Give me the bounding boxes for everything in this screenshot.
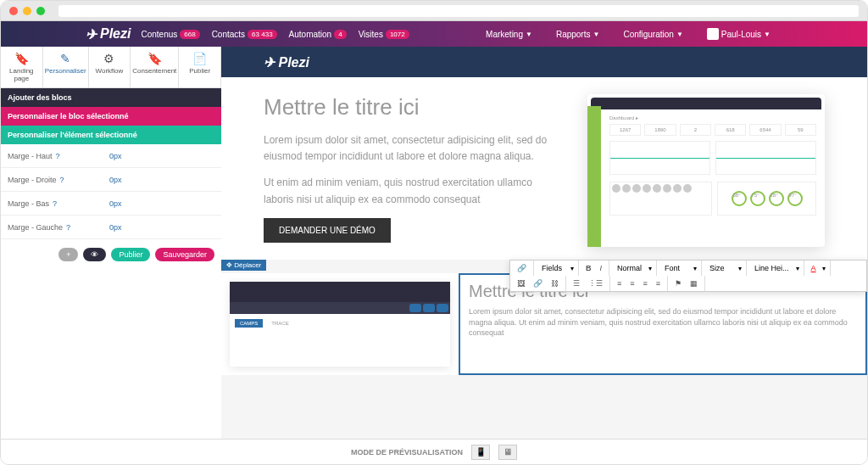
nav-rapports[interactable]: Rapports▼	[556, 30, 600, 39]
help-icon[interactable]: ?	[60, 176, 64, 184]
caret-down-icon: ▼	[593, 31, 599, 38]
avatar	[707, 28, 719, 40]
canvas-header: ✈ Plezi	[221, 47, 867, 77]
link-button[interactable]: 🔗	[531, 278, 545, 289]
gear-icon: ⚙	[91, 52, 129, 65]
footer: MODE DE PRÉVISUALISATION 📱 🖥	[1, 439, 867, 464]
preview-button[interactable]: 👁	[83, 248, 106, 261]
field-input[interactable]: 0px	[103, 176, 221, 184]
link-icon[interactable]: 🔗	[515, 263, 529, 273]
paragraph-2: Ut enim ad minim veniam, quis nostrud ex…	[264, 175, 562, 207]
size-dropdown[interactable]: Size	[706, 263, 735, 273]
mobile-view-button[interactable]: 📱	[471, 445, 490, 460]
brand-logo[interactable]: ✈ Plezi	[86, 26, 131, 42]
cta-button[interactable]: DEMANDER UNE DÉMO	[264, 218, 391, 243]
field-label: Marge - Bas?	[1, 199, 103, 208]
publish-button[interactable]: Publier	[111, 248, 150, 261]
maximize-window-icon[interactable]	[36, 7, 45, 15]
brand-name: Plezi	[100, 26, 131, 42]
nav-user-menu[interactable]: Paul-Louis▼	[707, 28, 771, 40]
field-label: Marge - Haut?	[1, 152, 103, 160]
align-justify-button[interactable]: ≡	[654, 278, 663, 289]
help-icon[interactable]: ?	[53, 199, 57, 208]
flag-icon[interactable]: ⚑	[672, 278, 684, 289]
table-icon[interactable]: ▦	[687, 278, 700, 289]
italic-button[interactable]: I	[598, 263, 605, 273]
browser-chrome	[1, 1, 867, 21]
minimize-window-icon[interactable]	[23, 7, 31, 15]
preview-mode-label: MODE DE PRÉVISUALISATION	[351, 448, 463, 457]
tab-consentement[interactable]: 🔖Consentement	[131, 47, 179, 87]
bookmark-icon: 🔖	[3, 52, 41, 65]
tab-publier[interactable]: 📄Publier	[179, 47, 221, 87]
nav-contacts[interactable]: Contacts63 433	[212, 30, 277, 39]
field-input[interactable]: 0px	[103, 152, 221, 160]
canvas-brand-logo: ✈ Plezi	[264, 54, 309, 70]
editor-paragraph[interactable]: Lorem ipsum dolor sit amet, consectetur …	[469, 306, 857, 339]
close-window-icon[interactable]	[9, 7, 18, 15]
paragraph-1: Lorem ipsum dolor sit amet, consectetur …	[264, 132, 562, 165]
help-icon[interactable]: ?	[66, 223, 70, 232]
lineheight-dropdown[interactable]: Line Hei...	[751, 263, 793, 273]
caret-down-icon: ▼	[526, 31, 532, 38]
unlink-button[interactable]: ⛓	[548, 278, 561, 289]
field-input[interactable]: 0px	[103, 199, 221, 208]
caret-down-icon: ▼	[676, 31, 683, 38]
page-title: Mettre le titre ici	[264, 94, 562, 120]
tab-personnaliser[interactable]: ✎Personnaliser	[43, 47, 89, 87]
nav-configuration[interactable]: Configuration▼	[623, 30, 682, 39]
tab-landing-page[interactable]: 🔖Landing page	[1, 47, 43, 87]
save-button[interactable]: Sauvegarder	[155, 248, 214, 261]
font-dropdown[interactable]: Font	[661, 263, 690, 273]
canvas: ✈ Plezi Mettre le titre ici Lorem ipsum …	[221, 47, 867, 439]
screenshot-column: Dashboard ▸ 1267 1890 2 618 6544 59	[587, 94, 825, 247]
field-input[interactable]: 0px	[103, 223, 221, 232]
image-icon[interactable]: 🖼	[515, 278, 527, 289]
nav-automation[interactable]: Automation4	[289, 30, 347, 39]
field-margin-left: Marge - Gauche? 0px	[1, 216, 221, 239]
panel-customize-element[interactable]: Personnaliser l'élément sélectionné	[1, 126, 221, 144]
paper-plane-icon: ✈	[264, 55, 275, 70]
align-left-button[interactable]: ≡	[615, 278, 624, 289]
move-block-handle[interactable]: ✥ Déplacer	[221, 260, 266, 271]
fields-dropdown[interactable]: Fields	[538, 263, 567, 273]
list-ol-button[interactable]: ⋮☰	[586, 278, 605, 289]
dashboard-preview-image: Dashboard ▸ 1267 1890 2 618 6544 59	[587, 94, 825, 247]
sidebar: 🔖Landing page ✎Personnaliser ⚙Workflow 🔖…	[1, 47, 221, 439]
editor-tabs: 🔖Landing page ✎Personnaliser ⚙Workflow 🔖…	[1, 47, 221, 88]
selected-block[interactable]: ✥ Déplacer ⎘ Dupliquer ⊘ Suppr. 🔗 Fields…	[221, 273, 867, 375]
dashboard-label: Dashboard ▸	[609, 115, 816, 120]
bold-button[interactable]: B	[583, 263, 594, 273]
format-dropdown[interactable]: Normal	[614, 263, 645, 273]
nav-contenus[interactable]: Contenus668	[141, 30, 199, 39]
desktop-view-button[interactable]: 🖥	[498, 445, 517, 460]
caret-down-icon: ▼	[764, 31, 771, 38]
text-column: Mettre le titre ici Lorem ipsum dolor si…	[264, 94, 562, 247]
field-label: Marge - Droite?	[1, 176, 103, 184]
tab-workflow[interactable]: ⚙Workflow	[89, 47, 131, 87]
nav-visites[interactable]: Visites1072	[359, 30, 409, 39]
sidebar-actions: + 👁 Publier Sauvegarder	[1, 239, 221, 270]
paper-plane-icon: ✈	[86, 26, 97, 42]
top-nav: ✈ Plezi Contenus668 Contacts63 433 Autom…	[1, 21, 867, 47]
nav-marketing[interactable]: Marketing▼	[486, 30, 532, 39]
field-label: Marge - Gauche?	[1, 223, 103, 232]
document-icon: 📄	[181, 52, 219, 65]
add-button[interactable]: +	[58, 248, 78, 261]
list-ul-button[interactable]: ☰	[570, 278, 582, 289]
help-icon[interactable]: ?	[56, 152, 60, 160]
app-preview-image: CAMPSTRACE	[230, 282, 450, 367]
editor-image-column: CAMPSTRACE	[221, 273, 459, 375]
align-center-button[interactable]: ≡	[627, 278, 637, 289]
panel-customize-block[interactable]: Personnaliser le bloc sélectionné	[1, 107, 221, 126]
text-color-button[interactable]: A	[809, 263, 819, 273]
bookmark-icon: 🔖	[132, 52, 176, 65]
field-margin-top: Marge - Haut? 0px	[1, 144, 221, 168]
url-bar[interactable]	[58, 5, 859, 17]
content-block: Mettre le titre ici Lorem ipsum dolor si…	[221, 77, 867, 260]
align-right-button[interactable]: ≡	[641, 278, 650, 289]
field-margin-right: Marge - Droite? 0px	[1, 168, 221, 192]
panel-add-blocks[interactable]: Ajouter des blocs	[1, 88, 221, 107]
pencil-icon: ✎	[45, 52, 86, 65]
field-margin-bottom: Marge - Bas? 0px	[1, 192, 221, 216]
